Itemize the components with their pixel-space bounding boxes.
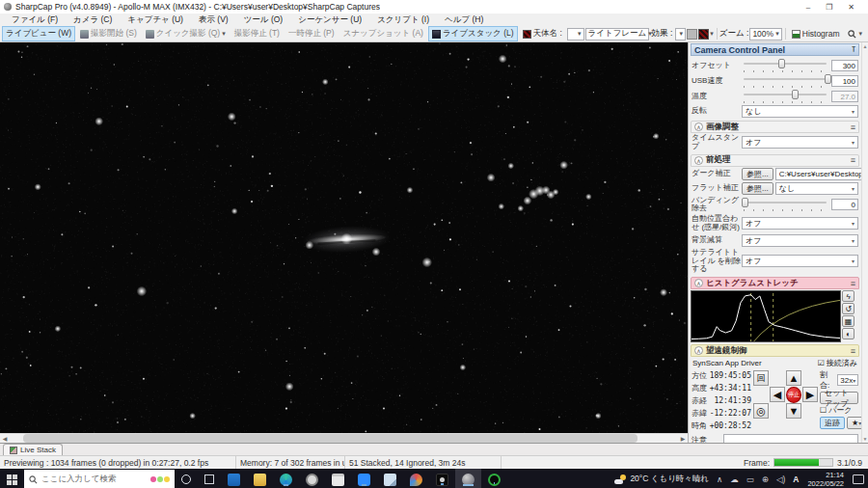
image-viewport[interactable] (0, 42, 688, 433)
menu-scripting[interactable]: スクリプト (I) (369, 14, 437, 26)
flat-select[interactable]: なし▾ (775, 182, 858, 195)
image-adjust-header[interactable]: ∧ 画像調整 ≡ (691, 121, 859, 133)
center-target-button[interactable]: ◎ (753, 403, 769, 419)
timestamp-select[interactable]: オフ▾ (742, 136, 858, 149)
magnifier-button[interactable]: ▾ (844, 28, 866, 41)
park-checkbox[interactable]: ☐パーク (820, 405, 858, 416)
taskbar-app-mail[interactable] (221, 469, 247, 488)
close-button[interactable]: ✕ (848, 3, 854, 12)
object-name-combo[interactable]: ▾ (567, 28, 584, 41)
taskbar-search-input[interactable]: ここに入力して検索 (24, 470, 175, 488)
menu-tools[interactable]: ツール (O) (236, 14, 291, 26)
frame-type-combo[interactable]: ライトフレーム▾ (585, 28, 649, 41)
collapse-icon[interactable]: ∧ (694, 346, 703, 355)
minimize-button[interactable]: – (806, 3, 810, 12)
slew-down-button[interactable]: ▼ (786, 403, 801, 419)
menu-camera[interactable]: カメラ (C) (66, 14, 120, 26)
slew-left-button[interactable]: ◀ (770, 387, 785, 402)
track-button[interactable]: 追跡 (820, 417, 845, 429)
telescope-header[interactable]: ∧ 望遠鏡制御 ≡ (691, 344, 859, 357)
collapse-icon[interactable]: ∧ (694, 122, 703, 131)
live-stack-button[interactable]: ライブスタック (L) (428, 26, 518, 41)
horizontal-scrollbar[interactable]: ◀ ▶ (0, 433, 688, 443)
usb-speed-slider[interactable] (742, 74, 828, 88)
section-menu-icon[interactable]: ≡ (851, 279, 855, 288)
scroll-left-icon[interactable]: ◀ (0, 434, 10, 443)
stop-slew-button[interactable]: 停止 (786, 387, 801, 403)
star-menu-button[interactable]: ★▾ (847, 417, 861, 429)
histogram-button[interactable]: Histogram (788, 27, 844, 41)
menu-file[interactable]: ファイル (F) (4, 14, 66, 26)
dark-browse-button[interactable]: 参照... (742, 168, 773, 180)
menu-help[interactable]: ヘルプ (H) (437, 14, 491, 26)
live-stack-tab[interactable]: Live Stack (3, 444, 63, 455)
taskbar-app-edge[interactable] (273, 469, 299, 488)
taskbar-app-synscan[interactable] (481, 469, 507, 488)
offset-value[interactable]: 300 (831, 60, 858, 71)
collapse-icon[interactable]: ∧ (694, 156, 703, 165)
tray-cloud-icon[interactable]: ☁ (726, 474, 743, 484)
banding-value[interactable]: 0 (831, 199, 858, 210)
taskbar-app-spiral[interactable] (299, 469, 325, 488)
slew-right-button[interactable]: ▶ (802, 387, 818, 402)
mono-swatch-icon[interactable] (687, 29, 697, 40)
task-view-button[interactable] (198, 469, 221, 488)
slew-up-button[interactable]: ▲ (786, 370, 801, 386)
menu-sequencer[interactable]: シーケンサー (U) (290, 14, 369, 26)
notification-button[interactable] (849, 474, 868, 484)
section-menu-icon[interactable]: ≡ (851, 122, 855, 132)
contrast-button[interactable]: ◐ (842, 328, 854, 339)
scroll-thumb[interactable] (23, 434, 638, 443)
effects-combo[interactable]: ▾ (675, 28, 686, 41)
taskbar-app-explorer[interactable] (247, 469, 273, 488)
snapshot-button[interactable]: スナップショット (A) (339, 26, 427, 41)
cortana-button[interactable] (175, 469, 198, 488)
histogram-plot[interactable] (691, 290, 841, 342)
dark-select[interactable]: C:¥Users¥user¥Desktop¥…▾ (775, 168, 861, 180)
menu-view[interactable]: 表示 (V) (191, 14, 236, 26)
panel-header[interactable]: Camera Control Panel ⊺ (691, 43, 859, 56)
preprocess-header[interactable]: ∧ 前処理 ≡ (691, 154, 859, 167)
rate-select[interactable]: 32x▾ (837, 374, 858, 386)
start-button[interactable] (0, 469, 24, 488)
reset-stretch-button[interactable]: ↺ (842, 303, 854, 314)
pin-icon[interactable]: ⊺ (852, 45, 855, 54)
bg-subtract-select[interactable]: オフ▾ (742, 234, 858, 247)
taskbar-weather[interactable]: 20°C くもり時々晴れ (610, 474, 713, 485)
usb-speed-value[interactable]: 100 (831, 75, 858, 87)
bayer-swatch-icon[interactable] (698, 29, 709, 40)
scroll-right-icon[interactable]: ▶ (678, 434, 688, 443)
histogram-stretch-header[interactable]: ∧ ヒストグラムストレッチ ≡ (691, 277, 859, 289)
panel-scrollbar[interactable]: ▲ ▼ (861, 42, 868, 443)
section-menu-icon[interactable]: ≡ (851, 155, 855, 165)
banding-slider[interactable] (742, 198, 828, 211)
live-view-button[interactable]: ライブビュー (W) (2, 26, 75, 41)
quick-capture-button[interactable]: クイック撮影 (Q)▾ (142, 26, 230, 41)
start-capture-button[interactable]: 撮影開始 (S) (76, 26, 141, 41)
taskbar-app-zoom[interactable] (351, 469, 377, 488)
save-stretch-button[interactable]: ▦ (842, 315, 854, 327)
goto-button[interactable]: 回 (753, 370, 769, 386)
auto-align-select[interactable]: オフ▾ (742, 217, 858, 230)
section-menu-icon[interactable]: ≡ (851, 346, 855, 356)
tray-volume-icon[interactable]: ◁) (773, 474, 789, 484)
scroll-down-icon[interactable]: ▼ (863, 436, 868, 442)
zoom-combo[interactable]: 100%▾ (749, 28, 781, 41)
taskbar-app-dark[interactable] (429, 469, 455, 488)
stop-capture-button[interactable]: 撮影停止 (T) (231, 26, 284, 41)
collapse-icon[interactable]: ∧ (694, 279, 703, 287)
ime-indicator[interactable]: A (789, 474, 802, 484)
flat-browse-button[interactable]: 参照... (742, 182, 773, 195)
connected-checkbox[interactable]: ☑接続済み (818, 358, 857, 368)
taskbar-app-sharpcap[interactable] (455, 469, 481, 488)
menu-capture[interactable]: キャプチャ (U) (120, 14, 191, 26)
taskbar-app-paint[interactable] (403, 469, 429, 488)
taskbar-app-notes[interactable] (377, 469, 403, 488)
taskbar-clock[interactable]: 21:14 2022/05/22 (802, 471, 849, 488)
note-textbox[interactable] (723, 434, 858, 443)
tray-chevron-icon[interactable]: ∧ (713, 474, 726, 484)
setup-button[interactable]: セットアップ (820, 392, 858, 404)
maximize-button[interactable]: ❐ (826, 3, 832, 12)
tray-battery-icon[interactable]: ▭ (743, 474, 758, 484)
pause-button[interactable]: 一時停止 (P) (285, 26, 339, 41)
